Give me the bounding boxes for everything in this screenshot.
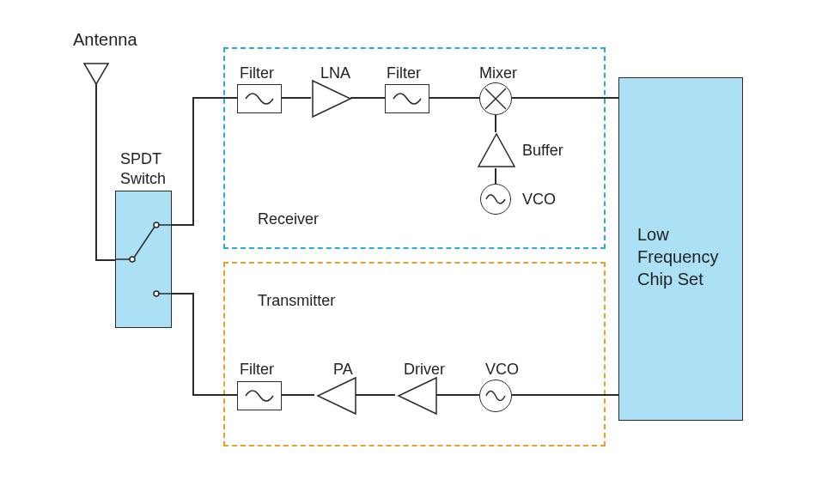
vco-tx-icon <box>479 380 512 412</box>
receiver-label: Receiver <box>258 210 319 228</box>
chipset-l1: Low <box>637 225 669 245</box>
diagram-canvas: Antenna SPDT Switch Filter LNA Filter <box>0 0 816 504</box>
wire-antenna-down-2 <box>95 191 97 259</box>
wire-antenna-down <box>95 84 97 191</box>
wire-mixer-chipset <box>512 97 618 99</box>
wire-mixer-buffer <box>495 115 496 132</box>
antenna-label: Antenna <box>73 30 137 50</box>
svg-marker-12 <box>318 378 356 414</box>
pa-icon <box>314 376 357 416</box>
wire-tx-to-filter3 <box>192 394 237 396</box>
wire-f3-pa <box>282 394 314 396</box>
vco-tx-label: VCO <box>485 361 519 379</box>
wire-driver-vco <box>436 394 479 396</box>
driver-icon <box>395 376 438 416</box>
wire-f1-lna <box>282 97 311 99</box>
chipset-l2: Frequency <box>637 247 719 267</box>
rx-filter2-label: Filter <box>387 64 421 82</box>
buffer-icon <box>477 132 516 168</box>
svg-line-5 <box>134 227 155 258</box>
chipset-l3: Chip Set <box>637 270 703 289</box>
wire-switch-rx-h1 <box>172 224 194 226</box>
vco-rx-icon <box>480 184 511 215</box>
wire-rx-to-filter1 <box>192 97 237 99</box>
svg-marker-8 <box>313 81 350 117</box>
tx-filter-label: Filter <box>240 361 274 379</box>
wire-pa-driver <box>356 394 395 396</box>
wire-f2-mixer <box>429 97 479 99</box>
spdt-label-1: SPDT <box>120 150 161 168</box>
svg-marker-11 <box>478 134 515 167</box>
mixer-icon <box>479 82 512 115</box>
spdt-switch-internals <box>115 191 172 328</box>
wire-vco-chipset <box>512 394 618 396</box>
filter-icon-3 <box>237 381 282 410</box>
svg-marker-0 <box>84 64 108 84</box>
vco-rx-label: VCO <box>522 191 556 209</box>
wire-lna-f2 <box>350 97 385 99</box>
rx-filter1-label: Filter <box>240 64 274 82</box>
svg-marker-13 <box>399 378 436 414</box>
mixer-label: Mixer <box>479 64 517 82</box>
wire-switch-tx-h1 <box>172 293 194 295</box>
buffer-label: Buffer <box>522 142 563 160</box>
wire-ant-to-switch <box>95 259 116 261</box>
transmitter-group <box>223 262 606 446</box>
spdt-label-2: Switch <box>120 170 166 188</box>
transmitter-label: Transmitter <box>258 292 335 310</box>
wire-switch-tx-v <box>192 293 194 396</box>
filter-icon-2 <box>385 84 429 113</box>
filter-icon-1 <box>237 84 282 113</box>
lna-icon <box>311 79 354 118</box>
wire-buffer-vco <box>495 168 496 184</box>
wire-switch-rx-v <box>192 97 194 226</box>
